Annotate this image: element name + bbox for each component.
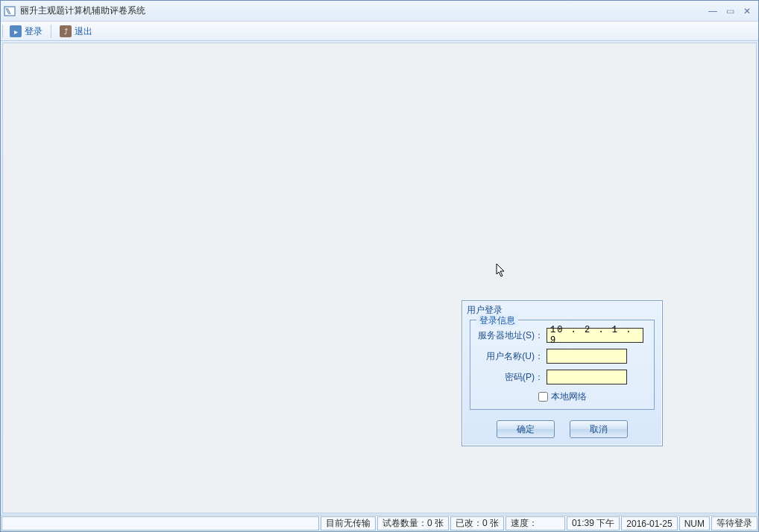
- status-date: 2016-01-25: [621, 516, 677, 531]
- status-paper-count: 试卷数量：0 张: [377, 516, 449, 531]
- close-button[interactable]: ✕: [743, 6, 751, 16]
- status-time: 01:39 下午: [567, 516, 620, 531]
- title-bar[interactable]: 丽升主观题计算机辅助评卷系统 — ▭ ✕: [1, 1, 758, 22]
- toolbar: ▸ 登录 ⤴ 退出: [1, 22, 758, 41]
- minimize-button[interactable]: —: [708, 6, 717, 16]
- login-button-label: 登录: [25, 25, 42, 38]
- toolbar-separator: [51, 25, 51, 38]
- server-row: 服务器地址(S)： 10 . 2 . 1 . 9: [478, 328, 646, 343]
- status-numlock: NUM: [679, 516, 710, 531]
- exit-button-label: 退出: [75, 25, 92, 38]
- cancel-button[interactable]: 取消: [570, 420, 628, 438]
- dialog-buttons: 确定 取消: [462, 414, 662, 446]
- password-input[interactable]: [547, 370, 627, 384]
- app-icon: [4, 5, 16, 17]
- local-network-checkbox[interactable]: [538, 392, 548, 402]
- status-bar: 目前无传输 试卷数量：0 张 已改：0 张 速度： 01:39 下午 2016-…: [1, 515, 758, 531]
- status-wait: 等待登录: [711, 516, 758, 531]
- window-title: 丽升主观题计算机辅助评卷系统: [20, 4, 708, 17]
- exit-icon: ⤴: [60, 25, 72, 37]
- username-input[interactable]: [547, 349, 627, 364]
- maximize-button[interactable]: ▭: [726, 6, 734, 16]
- local-network-row: 本地网络: [478, 390, 646, 403]
- server-address-value: 10 . 2 . 1 . 9: [550, 325, 640, 346]
- password-row: 密码(P)：: [478, 370, 646, 384]
- status-speed: 速度：: [506, 516, 565, 531]
- login-dialog: 用户登录 登录信息 服务器地址(S)： 10 . 2 . 1 . 9 用户名称(…: [462, 300, 663, 446]
- username-row: 用户名称(U)：: [478, 349, 646, 364]
- ok-button[interactable]: 确定: [497, 420, 555, 438]
- exit-button[interactable]: ⤴ 退出: [54, 23, 98, 39]
- server-address-input[interactable]: 10 . 2 . 1 . 9: [547, 328, 643, 343]
- app-window: 丽升主观题计算机辅助评卷系统 — ▭ ✕ ▸ 登录 ⤴ 退出 用户登录 登录信息: [0, 0, 759, 532]
- client-area: 用户登录 登录信息 服务器地址(S)： 10 . 2 . 1 . 9 用户名称(…: [2, 42, 757, 513]
- username-label: 用户名称(U)：: [478, 350, 547, 363]
- login-icon: ▸: [10, 25, 22, 37]
- cursor-icon: [496, 263, 506, 278]
- window-controls: — ▭ ✕: [708, 6, 755, 16]
- svg-rect-0: [4, 7, 15, 16]
- login-fieldset: 登录信息 服务器地址(S)： 10 . 2 . 1 . 9 用户名称(U)： 密…: [470, 320, 655, 410]
- status-modified: 已改：0 张: [450, 516, 504, 531]
- fieldset-legend: 登录信息: [476, 314, 518, 327]
- server-label: 服务器地址(S)：: [478, 329, 547, 342]
- login-button[interactable]: ▸ 登录: [4, 23, 48, 39]
- local-network-label: 本地网络: [551, 390, 587, 403]
- password-label: 密码(P)：: [478, 371, 547, 384]
- status-transfer: 目前无传输: [321, 516, 376, 531]
- status-spacer: [1, 516, 319, 531]
